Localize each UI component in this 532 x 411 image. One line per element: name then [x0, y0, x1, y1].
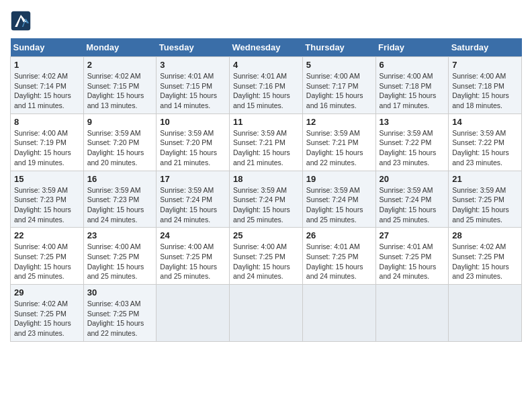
- day-number: 10: [160, 117, 226, 127]
- day-number: 12: [306, 117, 372, 127]
- header-monday: Monday: [83, 38, 157, 57]
- day-detail: Sunrise: 4:00 AMSunset: 7:25 PMDaylight:…: [233, 242, 290, 280]
- calendar-cell: 30 Sunrise: 4:03 AMSunset: 7:25 PMDaylig…: [83, 285, 157, 342]
- calendar-cell: 29 Sunrise: 4:02 AMSunset: 7:25 PMDaylig…: [11, 285, 84, 342]
- day-detail: Sunrise: 4:01 AMSunset: 7:25 PMDaylight:…: [306, 242, 363, 280]
- calendar-cell: 13 Sunrise: 3:59 AMSunset: 7:22 PMDaylig…: [375, 113, 449, 171]
- calendar-cell: 7 Sunrise: 4:00 AMSunset: 7:18 PMDayligh…: [449, 57, 522, 114]
- day-detail: Sunrise: 3:59 AMSunset: 7:22 PMDaylight:…: [380, 129, 437, 167]
- calendar-cell: [302, 285, 375, 342]
- calendar-cell: 12 Sunrise: 3:59 AMSunset: 7:21 PMDaylig…: [302, 113, 375, 171]
- day-number: 2: [87, 60, 153, 70]
- calendar-cell: 11 Sunrise: 3:59 AMSunset: 7:21 PMDaylig…: [230, 113, 303, 171]
- day-detail: Sunrise: 4:00 AMSunset: 7:25 PMDaylight:…: [160, 242, 217, 280]
- week-row-5: 29 Sunrise: 4:02 AMSunset: 7:25 PMDaylig…: [11, 285, 522, 342]
- day-number: 13: [380, 117, 445, 127]
- calendar-cell: 27 Sunrise: 4:01 AMSunset: 7:25 PMDaylig…: [375, 228, 449, 285]
- calendar-cell: 6 Sunrise: 4:00 AMSunset: 7:18 PMDayligh…: [375, 57, 449, 114]
- day-number: 19: [306, 174, 372, 184]
- calendar-cell: 28 Sunrise: 4:02 AMSunset: 7:25 PMDaylig…: [449, 228, 522, 285]
- day-detail: Sunrise: 3:59 AMSunset: 7:25 PMDaylight:…: [452, 186, 509, 224]
- logo-icon: [10, 10, 32, 32]
- calendar-cell: 23 Sunrise: 4:00 AMSunset: 7:25 PMDaylig…: [83, 228, 157, 285]
- week-row-1: 1 Sunrise: 4:02 AMSunset: 7:14 PMDayligh…: [11, 57, 522, 114]
- day-detail: Sunrise: 4:02 AMSunset: 7:14 PMDaylight:…: [14, 72, 71, 109]
- calendar-cell: 20 Sunrise: 3:59 AMSunset: 7:24 PMDaylig…: [375, 171, 449, 228]
- day-number: 16: [87, 174, 153, 184]
- day-detail: Sunrise: 4:02 AMSunset: 7:15 PMDaylight:…: [87, 72, 144, 109]
- day-detail: Sunrise: 4:00 AMSunset: 7:25 PMDaylight:…: [14, 242, 71, 280]
- calendar-cell: 24 Sunrise: 4:00 AMSunset: 7:25 PMDaylig…: [157, 228, 230, 285]
- day-number: 9: [87, 117, 153, 127]
- day-detail: Sunrise: 3:59 AMSunset: 7:21 PMDaylight:…: [306, 129, 363, 167]
- day-detail: Sunrise: 4:00 AMSunset: 7:19 PMDaylight:…: [14, 129, 71, 167]
- day-detail: Sunrise: 4:01 AMSunset: 7:25 PMDaylight:…: [380, 242, 437, 280]
- calendar-cell: 2 Sunrise: 4:02 AMSunset: 7:15 PMDayligh…: [83, 57, 157, 114]
- day-number: 11: [233, 117, 299, 127]
- week-row-4: 22 Sunrise: 4:00 AMSunset: 7:25 PMDaylig…: [11, 228, 522, 285]
- calendar-cell: [449, 285, 522, 342]
- day-number: 26: [306, 230, 372, 240]
- calendar-cell: 15 Sunrise: 3:59 AMSunset: 7:23 PMDaylig…: [11, 171, 84, 228]
- day-detail: Sunrise: 3:59 AMSunset: 7:24 PMDaylight:…: [233, 186, 290, 224]
- day-number: 5: [306, 60, 372, 70]
- day-number: 4: [233, 60, 299, 70]
- day-number: 27: [380, 230, 445, 240]
- day-number: 25: [233, 230, 299, 240]
- day-number: 20: [380, 174, 445, 184]
- calendar-cell: 16 Sunrise: 3:59 AMSunset: 7:23 PMDaylig…: [83, 171, 157, 228]
- day-detail: Sunrise: 4:00 AMSunset: 7:18 PMDaylight:…: [380, 72, 437, 109]
- calendar-cell: 21 Sunrise: 3:59 AMSunset: 7:25 PMDaylig…: [449, 171, 522, 228]
- header-row: SundayMondayTuesdayWednesdayThursdayFrid…: [11, 38, 522, 57]
- calendar-cell: 10 Sunrise: 3:59 AMSunset: 7:20 PMDaylig…: [157, 113, 230, 171]
- svg-rect-0: [11, 11, 30, 30]
- day-detail: Sunrise: 3:59 AMSunset: 7:22 PMDaylight:…: [452, 129, 509, 167]
- day-number: 24: [160, 230, 226, 240]
- day-number: 8: [14, 117, 80, 127]
- calendar-cell: 5 Sunrise: 4:00 AMSunset: 7:17 PMDayligh…: [302, 57, 375, 114]
- day-number: 6: [380, 60, 445, 70]
- calendar-cell: 26 Sunrise: 4:01 AMSunset: 7:25 PMDaylig…: [302, 228, 375, 285]
- day-detail: Sunrise: 3:59 AMSunset: 7:23 PMDaylight:…: [14, 186, 71, 224]
- logo: [10, 10, 36, 32]
- day-detail: Sunrise: 4:00 AMSunset: 7:25 PMDaylight:…: [87, 242, 144, 280]
- day-detail: Sunrise: 3:59 AMSunset: 7:24 PMDaylight:…: [380, 186, 437, 224]
- day-number: 23: [87, 230, 153, 240]
- header-friday: Friday: [375, 38, 449, 57]
- day-detail: Sunrise: 4:01 AMSunset: 7:15 PMDaylight:…: [160, 72, 217, 109]
- day-number: 3: [160, 60, 226, 70]
- day-number: 15: [14, 174, 80, 184]
- day-detail: Sunrise: 4:01 AMSunset: 7:16 PMDaylight:…: [233, 72, 290, 109]
- calendar-cell: 22 Sunrise: 4:00 AMSunset: 7:25 PMDaylig…: [11, 228, 84, 285]
- calendar-cell: 4 Sunrise: 4:01 AMSunset: 7:16 PMDayligh…: [230, 57, 303, 114]
- week-row-3: 15 Sunrise: 3:59 AMSunset: 7:23 PMDaylig…: [11, 171, 522, 228]
- day-detail: Sunrise: 3:59 AMSunset: 7:21 PMDaylight:…: [233, 129, 290, 167]
- day-detail: Sunrise: 3:59 AMSunset: 7:24 PMDaylight:…: [160, 186, 217, 224]
- calendar-cell: 18 Sunrise: 3:59 AMSunset: 7:24 PMDaylig…: [230, 171, 303, 228]
- day-detail: Sunrise: 4:02 AMSunset: 7:25 PMDaylight:…: [14, 300, 71, 337]
- calendar-cell: 25 Sunrise: 4:00 AMSunset: 7:25 PMDaylig…: [230, 228, 303, 285]
- calendar-cell: [375, 285, 449, 342]
- day-detail: Sunrise: 4:03 AMSunset: 7:25 PMDaylight:…: [87, 300, 144, 337]
- day-number: 7: [452, 60, 518, 70]
- calendar-cell: [230, 285, 303, 342]
- calendar-cell: 9 Sunrise: 3:59 AMSunset: 7:20 PMDayligh…: [83, 113, 157, 171]
- header-wednesday: Wednesday: [230, 38, 303, 57]
- day-number: 1: [14, 60, 80, 70]
- day-detail: Sunrise: 3:59 AMSunset: 7:24 PMDaylight:…: [306, 186, 363, 224]
- header-saturday: Saturday: [449, 38, 522, 57]
- day-detail: Sunrise: 4:00 AMSunset: 7:18 PMDaylight:…: [452, 72, 509, 109]
- calendar-cell: 14 Sunrise: 3:59 AMSunset: 7:22 PMDaylig…: [449, 113, 522, 171]
- calendar-cell: 1 Sunrise: 4:02 AMSunset: 7:14 PMDayligh…: [11, 57, 84, 114]
- calendar-cell: 17 Sunrise: 3:59 AMSunset: 7:24 PMDaylig…: [157, 171, 230, 228]
- day-number: 22: [14, 230, 80, 240]
- calendar-cell: 8 Sunrise: 4:00 AMSunset: 7:19 PMDayligh…: [11, 113, 84, 171]
- calendar-cell: 3 Sunrise: 4:01 AMSunset: 7:15 PMDayligh…: [157, 57, 230, 114]
- day-number: 18: [233, 174, 299, 184]
- page-header: [10, 10, 522, 32]
- day-detail: Sunrise: 4:00 AMSunset: 7:17 PMDaylight:…: [306, 72, 363, 109]
- calendar-table: SundayMondayTuesdayWednesdayThursdayFrid…: [10, 38, 522, 342]
- day-detail: Sunrise: 4:02 AMSunset: 7:25 PMDaylight:…: [452, 242, 509, 280]
- day-number: 14: [452, 117, 518, 127]
- day-number: 21: [452, 174, 518, 184]
